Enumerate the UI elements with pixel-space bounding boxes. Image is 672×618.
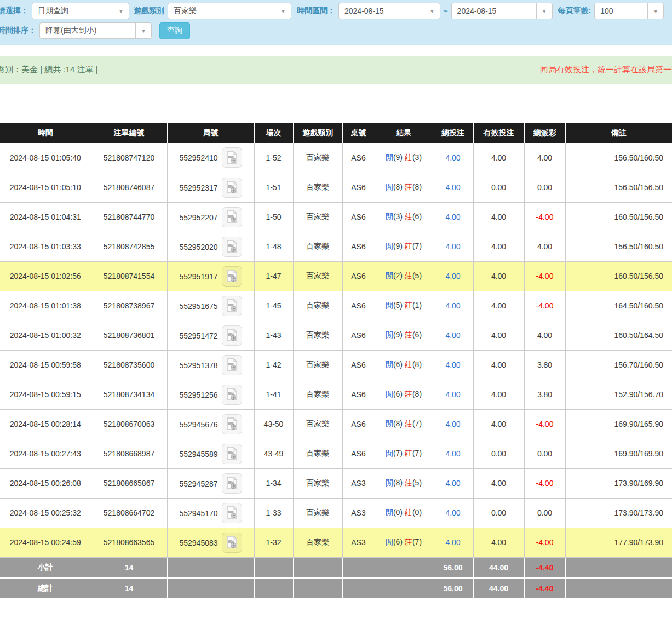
header-cell-7: 總投注 [433, 123, 473, 143]
summary-cell-7: 56.00 [433, 557, 473, 578]
sort-label: 時間排序： [0, 26, 36, 36]
sort-dropdown[interactable]: 降冪(由大到小) ▼ [39, 22, 152, 39]
replay-video-button[interactable] [222, 503, 242, 523]
header-cell-3: 場次 [254, 123, 293, 143]
summary-cell-5 [342, 578, 375, 599]
cell-payout: 0.00 [524, 498, 565, 528]
cell-result: 閒(8) 莊(8) [375, 173, 433, 202]
cell-total-bet-link[interactable]: 4.00 [433, 409, 473, 439]
table-row: 2024-08-15 01:03:33521808742855552952020… [0, 232, 672, 261]
bet-records-table: 時間注單編號局號場次遊戲類別桌號結果總投注有效投注總派彩備註 2024-08-1… [0, 123, 672, 599]
replay-video-button[interactable] [222, 533, 242, 553]
cell-round: 552951256 [167, 380, 254, 409]
search-button[interactable]: 查詢 [159, 22, 190, 39]
summary-cell-1: 14 [91, 578, 167, 599]
round-number: 552945287 [179, 479, 217, 488]
replay-video-button[interactable] [222, 355, 242, 375]
replay-video-button[interactable] [222, 147, 242, 168]
cell-payout: -4.00 [524, 528, 565, 557]
date-from-picker[interactable]: 2024-08-15 ▼ [338, 3, 440, 19]
cell-total-bet-link[interactable]: 4.00 [433, 291, 473, 321]
replay-video-button[interactable] [222, 385, 242, 405]
banker-label: 莊 [405, 301, 412, 310]
player-label: 閒 [386, 212, 393, 221]
summary-cell-4 [293, 557, 342, 578]
round-number: 552952410 [179, 153, 217, 162]
header-cell-5: 桌號 [342, 123, 375, 143]
cell-round: 552952410 [167, 143, 254, 173]
cell-result: 閒(6) 莊(7) [375, 528, 433, 557]
header-cell-9: 總派彩 [524, 123, 565, 143]
cell-bet-id: 521808735600 [91, 350, 167, 380]
spacer [0, 84, 672, 123]
cell-table-number: AS6 [342, 261, 375, 291]
cell-total-bet-link[interactable]: 4.00 [433, 321, 473, 350]
summary-bar: 幣別：美金 | 總共 :14 注單 | 同局有效投注，統一計算在該局第一張 [0, 56, 672, 84]
replay-video-button[interactable] [222, 178, 242, 198]
round-number: 552951675 [179, 301, 217, 310]
cell-time: 2024-08-15 01:00:32 [0, 321, 91, 350]
video-file-icon [226, 506, 238, 519]
cell-valid-bet: 4.00 [473, 143, 524, 173]
cell-time: 2024-08-15 00:26:08 [0, 468, 91, 498]
cell-valid-bet: 4.00 [473, 380, 524, 409]
cell-payout: -4.00 [524, 409, 565, 439]
cell-valid-bet: 4.00 [473, 350, 524, 380]
cell-round: 552952207 [167, 202, 254, 232]
summary-cell-3 [254, 578, 293, 599]
cell-valid-bet: 4.00 [473, 291, 524, 321]
replay-video-button[interactable] [222, 296, 242, 316]
round-number: 552951378 [179, 360, 217, 369]
summary-cell-4 [293, 578, 342, 599]
cell-total-bet-link[interactable]: 4.00 [433, 439, 473, 468]
cell-valid-bet: 4.00 [473, 528, 524, 557]
replay-video-button[interactable] [222, 473, 242, 494]
cell-result: 閒(3) 莊(6) [375, 202, 433, 232]
replay-video-button[interactable] [222, 207, 242, 227]
replay-video-button[interactable] [222, 237, 242, 257]
sort-value: 降冪(由大到小) [40, 23, 135, 38]
cell-total-bet-link[interactable]: 4.00 [433, 528, 473, 557]
replay-video-button[interactable] [222, 325, 242, 346]
table-header: 時間注單編號局號場次遊戲類別桌號結果總投注有效投注總派彩備註 [0, 123, 672, 143]
cell-table-number: AS6 [342, 350, 375, 380]
cell-total-bet-link[interactable]: 4.00 [433, 261, 473, 291]
cell-game-type: 百家樂 [293, 173, 342, 202]
cell-round: 552951472 [167, 321, 254, 350]
cell-bet-id: 521808663565 [91, 528, 167, 557]
cell-session: 1-51 [254, 173, 293, 202]
date-to-picker[interactable]: 2024-08-15 ▼ [451, 3, 553, 19]
cell-payout: -4.00 [524, 468, 565, 498]
replay-video-button[interactable] [222, 266, 242, 287]
video-file-icon [226, 536, 238, 549]
summary-cell-1: 14 [91, 557, 167, 578]
summary-row: 總計1456.0044.00-4.40 [0, 578, 672, 599]
cell-time: 2024-08-15 00:59:58 [0, 350, 91, 380]
cell-time: 2024-08-15 01:05:40 [0, 143, 91, 173]
replay-video-button[interactable] [222, 414, 242, 434]
cell-total-bet-link[interactable]: 4.00 [433, 468, 473, 498]
cell-bet-id: 521808741554 [91, 261, 167, 291]
page-size-dropdown[interactable]: 100 ▼ [594, 3, 664, 19]
cell-total-bet-link[interactable]: 4.00 [433, 498, 473, 528]
cell-payout: 3.80 [524, 350, 565, 380]
query-type-dropdown[interactable]: 日期查詢 ▼ [32, 3, 129, 19]
cell-total-bet-link[interactable]: 4.00 [433, 173, 473, 202]
cell-table-number: AS6 [342, 409, 375, 439]
cell-session: 1-34 [254, 468, 293, 498]
cell-total-bet-link[interactable]: 4.00 [433, 202, 473, 232]
cell-total-bet-link[interactable]: 4.00 [433, 350, 473, 380]
game-type-dropdown[interactable]: 百家樂 ▼ [168, 3, 291, 19]
game-type-value: 百家樂 [168, 3, 275, 19]
cell-bet-id: 521808747120 [91, 143, 167, 173]
cell-payout: 4.00 [524, 321, 565, 350]
replay-video-button[interactable] [222, 444, 242, 464]
cell-session: 1-33 [254, 498, 293, 528]
cell-result: 閒(5) 莊(1) [375, 291, 433, 321]
player-label: 閒 [386, 242, 393, 250]
header-cell-2: 局號 [167, 123, 254, 143]
cell-total-bet-link[interactable]: 4.00 [433, 380, 473, 409]
cell-game-type: 百家樂 [293, 439, 342, 468]
cell-total-bet-link[interactable]: 4.00 [433, 232, 473, 261]
cell-total-bet-link[interactable]: 4.00 [433, 143, 473, 173]
